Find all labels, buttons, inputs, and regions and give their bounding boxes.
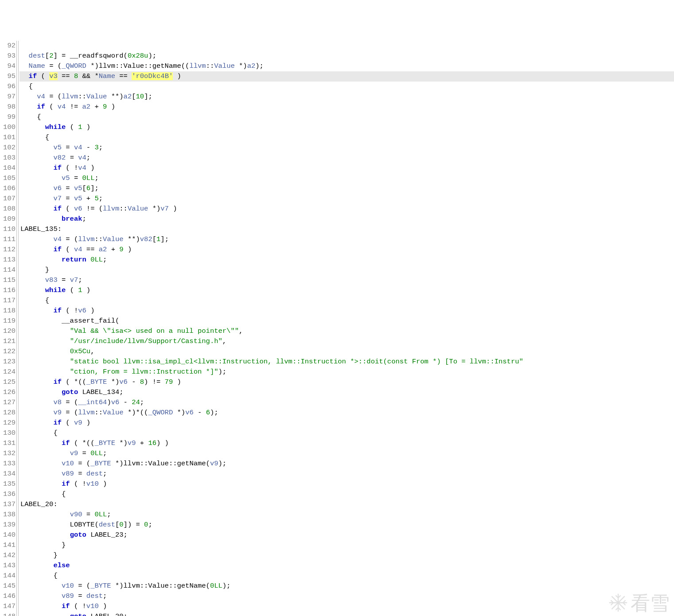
code-line[interactable]: __assert_fail( [19,316,674,326]
line-number: 113 [0,255,16,265]
code-line[interactable]: if ( v6 != (llvm::Value *)v7 ) [19,204,674,214]
code-line[interactable]: if ( v9 ) [19,418,674,428]
code-line[interactable]: dest[2] = __readfsqword(0x28u); [19,51,674,61]
code-line[interactable]: "static bool llvm::isa_impl_cl<llvm::Ins… [19,357,674,367]
code-line[interactable]: goto LABEL_134; [19,387,674,398]
token: 24 [132,398,140,406]
token: LABEL_134; [78,388,123,396]
token [20,592,62,600]
token: LOBYTE( [20,521,99,529]
code-line[interactable]: if ( !v10 ) [19,479,674,489]
token: v4 [78,164,86,172]
code-line[interactable]: } [19,265,674,275]
code-line[interactable]: v89 = dest; [19,591,674,601]
code-line[interactable]: { [19,296,674,306]
token: v10 [62,582,74,590]
code-line[interactable]: { [19,82,674,92]
token: 6 [206,409,210,417]
token: ]; [90,184,99,192]
code-line[interactable]: v89 = dest; [19,469,674,479]
code-line[interactable]: v5 = 0LL; [19,173,674,183]
token: v7 [70,276,78,284]
line-number: 134 [0,469,16,479]
code-line[interactable] [19,41,674,51]
code-line[interactable]: { [19,133,674,143]
code-line[interactable]: return 0LL; [19,255,674,265]
code-line[interactable]: if ( v4 == a2 + 9 ) [19,245,674,255]
code-line[interactable]: v9 = 0LL; [19,448,674,459]
code-line[interactable]: } [19,550,674,561]
code-line[interactable]: v5 = v4 - 3; [19,143,674,153]
code-line[interactable]: { [19,428,674,438]
token: 10 [136,93,144,101]
code-line[interactable]: v90 = 0LL; [19,510,674,520]
code-line[interactable]: if ( v4 != a2 + 9 ) [19,102,674,112]
code-line[interactable]: LABEL_20: [19,499,674,510]
code-line[interactable]: goto LABEL_20; [19,612,674,616]
code-line[interactable]: { [19,571,674,581]
token: 0LL [94,511,107,519]
code-line[interactable]: goto LABEL_23; [19,530,674,540]
code-line[interactable]: LOBYTE(dest[0]) = 0; [19,520,674,530]
code-line[interactable]: if ( v3 == 8 && *Name == 'r0oDkc4B' ) [19,71,674,82]
token: goto [70,612,86,616]
code-line[interactable]: { [19,112,674,122]
token: ) [107,398,111,406]
token: ]; [160,235,169,243]
code-line[interactable]: v4 = (llvm::Value **)v82[1]; [19,234,674,245]
token: = [62,195,74,203]
token: ( [62,246,74,253]
code-line[interactable]: LABEL_135: [19,224,674,234]
code-editor[interactable]: 9293949596979899100101102103104105106107… [0,41,674,616]
code-line[interactable]: v4 = (llvm::Value **)a2[10]; [19,92,674,102]
token: *) [173,409,185,417]
token: Value [103,409,124,417]
code-line[interactable]: v6 = v5[6]; [19,183,674,194]
code-line[interactable]: } [19,540,674,550]
token: *) [107,378,119,386]
line-number: 107 [0,194,16,204]
code-line[interactable]: if ( !v10 ) [19,601,674,612]
code-line[interactable]: "Val && \"isa<> used on a null pointer\"… [19,326,674,336]
code-line[interactable]: 0x5Cu, [19,347,674,357]
token: if [53,307,62,315]
token: [ [82,184,86,192]
code-line[interactable]: if ( !v4 ) [19,163,674,173]
code-line[interactable]: while ( 1 ) [19,122,674,133]
token [20,154,53,162]
code-line[interactable]: if ( !v6 ) [19,306,674,316]
code-line[interactable]: if ( *((_BYTE *)v6 - 8) != 79 ) [19,377,674,387]
code-line[interactable]: "/usr/include/llvm/Support/Casting.h", [19,336,674,347]
token: [ [45,52,49,60]
token: ( [66,123,78,131]
code-line[interactable]: if ( *((_BYTE *)v9 + 16) ) [19,438,674,448]
code-line[interactable]: v9 = (llvm::Value *)*((_QWORD *)v6 - 6); [19,408,674,418]
line-number: 92 [0,41,16,51]
token: v9 [210,460,218,468]
token [20,286,45,294]
code-line[interactable]: v82 = v4; [19,153,674,163]
line-number: 109 [0,214,16,224]
code-line[interactable]: while ( 1 ) [19,285,674,296]
code-line[interactable]: "ction, From = llvm::Instruction *]"); [19,367,674,377]
code-area[interactable]: dest[2] = __readfsqword(0x28u); Name = (… [19,41,674,616]
line-number: 118 [0,306,16,316]
code-line[interactable]: v10 = (_BYTE *)llvm::Value::getName(v9); [19,459,674,469]
token [20,511,70,519]
code-line[interactable]: v83 = v7; [19,275,674,285]
token: 9 [119,246,123,253]
code-line[interactable]: v8 = (__int64)v6 - 24; [19,398,674,408]
line-number: 117 [0,296,16,306]
code-line[interactable]: v10 = (_BYTE *)llvm::Value::getName(0LL)… [19,581,674,591]
code-line[interactable]: v7 = v5 + 5; [19,194,674,204]
token: 3 [94,144,98,152]
token: a2 [82,103,91,111]
code-line[interactable]: break; [19,214,674,224]
code-line[interactable]: Name = (_QWORD *)llvm::Value::getName((l… [19,61,674,71]
line-number: 110 [0,224,16,234]
token: return [62,256,86,264]
code-line[interactable]: { [19,489,674,499]
token [20,164,53,172]
token: = ( [74,460,90,468]
code-line[interactable]: else [19,561,674,571]
